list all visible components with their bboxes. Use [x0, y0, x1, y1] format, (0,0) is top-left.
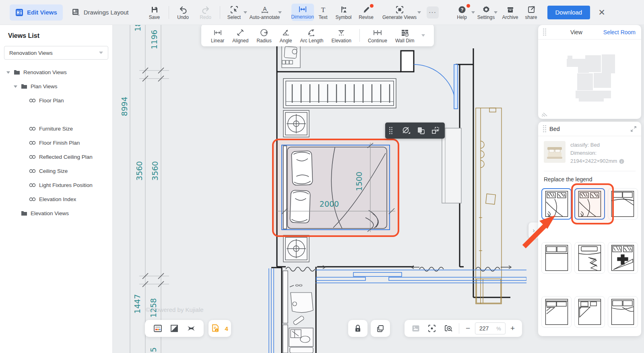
save-button[interactable]: Save	[143, 5, 166, 20]
issues-badge[interactable]: ! 4	[208, 320, 231, 337]
panel-resize-handle[interactable]	[541, 111, 548, 116]
wall-dim-dropdown-caret[interactable]	[421, 34, 425, 37]
arc-length-dim-button[interactable]: Arc Length	[296, 27, 327, 44]
bed-product-thumbnail[interactable]	[544, 141, 566, 163]
folder-icon	[21, 84, 27, 89]
hide-object-icon[interactable]	[401, 126, 411, 135]
redo-label: Redo	[200, 15, 211, 20]
auto-annotate-button[interactable]: A Auto-annotate	[246, 5, 284, 20]
legend-option-4[interactable]	[541, 242, 572, 274]
zoom-to-region-icon[interactable]	[441, 324, 456, 332]
download-button[interactable]: Download	[547, 6, 590, 19]
radius-dim-button[interactable]: Radius	[252, 27, 275, 44]
document-warning-icon: !	[211, 324, 219, 333]
help-button[interactable]: ? Help	[451, 5, 473, 20]
select-room-link[interactable]: Select Room	[603, 29, 636, 35]
scale-object-icon[interactable]	[431, 126, 440, 135]
settings-dropdown-caret[interactable]	[494, 11, 497, 14]
settings-button[interactable]: Settings	[473, 5, 499, 20]
legend-option-2-highlighted[interactable]	[574, 188, 605, 220]
zoom-divider	[459, 323, 459, 334]
elevation-dim-icon	[337, 28, 346, 37]
legend-option-1-selected[interactable]	[541, 188, 572, 220]
folder-icon	[14, 70, 20, 75]
legend-option-3[interactable]	[608, 188, 638, 220]
close-icon[interactable]: ✕	[598, 8, 605, 17]
floor-plan-minimap[interactable]	[538, 39, 641, 116]
tree-item-elevation-index[interactable]: Elevation Index	[0, 192, 112, 206]
tree-item-ceiling-size[interactable]: Ceiling Size	[0, 164, 112, 178]
info-icon[interactable]: i	[619, 159, 624, 164]
tree-item-floor-finish-plan[interactable]: Floor Finish Plan	[0, 136, 112, 150]
views-filter-dropdown[interactable]: Renovation Views	[4, 46, 108, 60]
more-tools-button[interactable]: ···	[427, 6, 439, 19]
legend-option-6[interactable]	[608, 242, 638, 274]
zoom-out-button[interactable]: −	[462, 324, 473, 333]
zoom-level-input[interactable]: 227 %	[475, 322, 506, 334]
edit-views-button[interactable]: Edit Views	[10, 4, 63, 21]
panel-drag-handle[interactable]	[543, 29, 546, 36]
tree-item-furniture-plan-selected[interactable]: Furniture Plan	[0, 108, 112, 122]
continue-dim-icon	[373, 28, 382, 37]
tree-item-light-fixtures-position[interactable]: Light Fixtures Position	[0, 178, 112, 192]
legend-option-5[interactable]	[574, 242, 605, 274]
caret-down-icon[interactable]	[13, 85, 18, 88]
symbol-tool-button[interactable]: Symbol	[332, 5, 355, 20]
wall-dim-icon	[400, 28, 409, 37]
expand-panel-icon[interactable]	[631, 126, 636, 132]
legend-options-grid	[541, 188, 638, 328]
auto-annotate-dropdown-caret[interactable]	[278, 11, 282, 14]
views-tree: Renovation Views Plan Views Floor Plan F…	[0, 65, 112, 220]
revise-tool-button[interactable]: Revise	[355, 5, 378, 20]
redo-button[interactable]: Redo	[194, 5, 217, 20]
tab-view[interactable]: View	[549, 29, 603, 35]
caret-down-icon[interactable]	[6, 71, 10, 74]
image-preview-icon[interactable]	[409, 325, 423, 332]
tree-folder-renovation-views[interactable]: Renovation Views	[0, 65, 112, 79]
tree-folder-elevation-views[interactable]: Elevation Views	[0, 206, 112, 220]
zoom-in-button[interactable]: +	[507, 324, 518, 333]
toolbar-drag-handle[interactable]	[389, 127, 392, 134]
text-tool-button[interactable]: T Text	[314, 5, 332, 20]
legend-option-7[interactable]	[541, 296, 572, 328]
focus-center-icon[interactable]	[425, 324, 439, 332]
tree-item-furniture-size[interactable]: Furniture Size	[0, 122, 112, 136]
continue-dim-button[interactable]: Continue	[364, 27, 391, 44]
bed-furniture-selected[interactable]	[273, 139, 398, 236]
zoom-unit: %	[496, 326, 501, 332]
duplicate-view-button[interactable]	[371, 320, 390, 337]
tree-item-floor-plan[interactable]: Floor Plan	[0, 93, 112, 108]
share-button[interactable]: share	[522, 5, 541, 20]
node-snap-icon[interactable]	[187, 325, 196, 332]
tree-folder-plan-views[interactable]: Plan Views	[0, 79, 112, 93]
generate-views-button[interactable]: Generate Views	[378, 5, 422, 20]
legend-option-8[interactable]	[574, 296, 605, 328]
drawing-style-icon[interactable]	[153, 324, 162, 332]
tree-item-reflected-ceiling-plan[interactable]: Reflected Ceiling Plan	[0, 150, 112, 164]
drawings-layout-button[interactable]: Drawings Layout	[72, 8, 129, 17]
aligned-dim-button[interactable]: Aligned	[228, 27, 252, 44]
help-notification-dot	[466, 4, 470, 8]
replace-object-icon[interactable]	[417, 126, 425, 135]
wall-dim-button[interactable]: Wall Dim	[391, 27, 419, 44]
lock-button[interactable]	[348, 320, 367, 337]
elevation-dim-button[interactable]: Elevation	[328, 27, 355, 44]
background-toggle-icon[interactable]	[170, 324, 178, 332]
dimension-label: Dimension	[291, 14, 314, 20]
svg-text:!: !	[216, 329, 217, 332]
panel-drag-handle[interactable]	[543, 125, 546, 133]
generate-views-dropdown-caret[interactable]	[417, 11, 421, 14]
wall-dim-label: Wall Dim	[395, 38, 415, 44]
redo-icon	[201, 6, 210, 14]
angle-dim-button[interactable]: Angle	[276, 27, 296, 44]
undo-button[interactable]: Undo	[172, 5, 194, 20]
bed-properties-panel: Bed classify: Bed Dimension: 2194×2422×9…	[538, 122, 641, 336]
floor-plan-drawing	[113, 25, 526, 353]
archive-button[interactable]: Archive	[499, 5, 522, 20]
legend-option-9[interactable]	[608, 296, 638, 328]
panel-collapse-handle[interactable]: ›	[528, 222, 539, 239]
select-tool-button[interactable]: Select	[223, 5, 246, 20]
linear-dim-button[interactable]: Linear	[207, 27, 228, 44]
drawing-canvas[interactable]: 18 1196 8994 3560 3560 1447 1258 5 2000 …	[113, 25, 526, 353]
dimension-tool-button[interactable]: Dimension	[291, 4, 314, 21]
